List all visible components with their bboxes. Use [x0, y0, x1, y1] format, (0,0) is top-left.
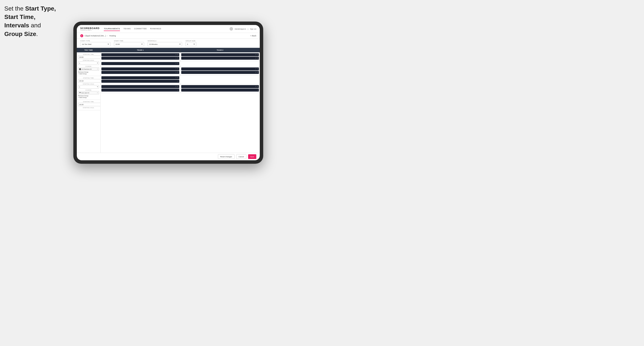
sign-out-link[interactable]: Sign out	[250, 28, 256, 30]
player-slot-1b-2: ×✎	[181, 57, 259, 60]
remove-group-2[interactable]: Remove Group	[78, 95, 99, 97]
starting-hole-label-2: STARTING HOLE:	[78, 83, 99, 85]
slot-edit-1a-2[interactable]: ✎	[177, 57, 178, 59]
team-row-group-1: ×✎ ×✎ ×✎ ×✎	[100, 52, 260, 67]
slot-edit-1a-1[interactable]: ✎	[177, 54, 178, 56]
slot-close-1b-1[interactable]: ×	[255, 54, 256, 56]
slot-close-3a-2[interactable]: ×	[177, 89, 178, 91]
add-group-1[interactable]: + Add Group	[78, 73, 99, 75]
back-button[interactable]: < Back	[250, 35, 256, 37]
slot-edit-2b-1[interactable]: ✎	[257, 68, 258, 70]
nav-committee[interactable]: COMMITTEE	[134, 27, 147, 31]
slot-close-3b-2[interactable]: ×	[257, 89, 258, 91]
th-team2: Team 2	[180, 48, 260, 52]
breadcrumb: C Clippd Invitational (Me...) › Hosting	[80, 34, 116, 37]
starting-time-input-3[interactable]	[78, 103, 100, 106]
slot-close-1a-2[interactable]: ×	[176, 57, 176, 59]
player-slot-3b-1: ×✎	[181, 85, 259, 88]
player-slot-3b-2: ×	[181, 89, 259, 92]
group-size-select[interactable]: 3	[186, 42, 196, 46]
slot-close-2a-2[interactable]: ×	[176, 72, 176, 73]
course-tag-1: (A) Peachtree GC ×	[78, 67, 99, 71]
slot-close-2b-2[interactable]: ×	[255, 72, 256, 73]
start-time-select[interactable]: 10:00	[114, 42, 144, 46]
player-slot-1a-1: ×✎	[102, 53, 179, 56]
slot-edit-2b-2[interactable]: ✎	[257, 72, 258, 73]
team-row-2a: ×✎ ×✎ ×✎ ×✎	[100, 67, 260, 75]
slot-edit-1b-2[interactable]: ✎	[257, 57, 258, 59]
tee-group-1: STARTING TIME: ⏱ STARTING HOLE: 1 COURSE…	[77, 52, 100, 76]
team1-cell-2a: ×✎ ×✎	[100, 67, 180, 75]
slot-close-2a-1[interactable]: ×	[176, 68, 176, 70]
player-slot-2c-2: ×	[102, 80, 179, 83]
team-row-3a: ×✎ × ×✎ ×	[100, 84, 260, 93]
nav-right: blair@clippd.io | Sign out	[230, 27, 256, 31]
start-type-select[interactable]: 1st Tee Start	[80, 42, 110, 46]
slot-close-1b-2[interactable]: ×	[255, 57, 256, 59]
course-map-icon-2: 🗺	[79, 92, 81, 94]
instruction-line1: Set the	[4, 5, 25, 12]
starting-time-input-1[interactable]	[78, 55, 100, 59]
player-slot-2a-1: ×✎	[102, 67, 179, 70]
player-slot-2a-2: ×✎	[102, 71, 179, 74]
team-row-2b: ×✎ ×	[100, 75, 260, 84]
instruction-bold1: Start Type,	[25, 5, 56, 12]
slot-edit-2a-1[interactable]: ✎	[177, 68, 178, 70]
action-links-2: Remove Group + Add Group	[78, 95, 99, 98]
slot-edit-2c-1[interactable]: ✎	[177, 77, 178, 79]
breadcrumb-icon: C	[80, 34, 83, 37]
course-remove-2[interactable]: ×	[97, 92, 98, 94]
nav-tournaments[interactable]: TOURNAMENTS	[104, 27, 120, 31]
instruction-line5: Group Size	[4, 31, 36, 37]
action-links-1: Remove Group + Add Group	[78, 71, 99, 75]
slot-close-2c-1[interactable]: ×	[176, 77, 176, 79]
team-row-group-3: ×✎ × ×✎ ×	[100, 84, 260, 93]
breadcrumb-tournament[interactable]: Clippd Invitational (Me...)	[84, 35, 106, 37]
team2-cell-2a: ×✎ ×✎	[180, 67, 260, 75]
reset-changes-button[interactable]: Reset Changes	[218, 154, 234, 159]
nav-teams[interactable]: TEAMS	[124, 27, 131, 31]
save-button[interactable]: Save	[248, 154, 256, 159]
slot-close-3a-1[interactable]: ×	[176, 86, 176, 87]
slot-close-1a-1[interactable]: ×	[176, 54, 176, 56]
intervals-label: Intervals	[148, 40, 182, 42]
slot-edit-2a-2[interactable]: ✎	[177, 72, 178, 73]
player-slot-3a-2: ×	[102, 89, 179, 92]
player-slot-3a-1: ×✎	[102, 85, 179, 88]
player-slot-2c-1: ×✎	[102, 76, 179, 79]
instruction-line3: Intervals	[4, 22, 29, 29]
content-area: STARTING TIME: ⏱ STARTING HOLE: 1 COURSE…	[77, 52, 260, 153]
slot-close-2c-2[interactable]: ×	[177, 81, 178, 82]
settings-bar: Start Type 1st Tee Start Start Time 10:0…	[77, 39, 260, 48]
slot-close-2b-1[interactable]: ×	[255, 68, 256, 70]
add-group-2[interactable]: + Add Group	[78, 97, 99, 98]
tee-group-3: STARTING TIME: ⏱ STARTING HOLE:	[77, 100, 100, 110]
remove-group-1[interactable]: Remove Group	[78, 71, 99, 73]
team1-cell-3a: ×✎ ×	[100, 84, 180, 93]
slot-edit-1b-1[interactable]: ✎	[257, 54, 258, 56]
team1-course-cell: ×✎	[100, 61, 180, 66]
slot-edit-3a-1[interactable]: ✎	[177, 86, 178, 87]
course-label-1: COURSE:	[78, 66, 99, 67]
cancel-button[interactable]: Cancel	[236, 154, 246, 159]
nav-bar: SCOREBOARD Powered by clipp.io TOURNAMEN…	[77, 25, 260, 33]
th-team1: Team 1	[100, 48, 180, 52]
slot-close-3b-1[interactable]: ×	[255, 86, 256, 87]
instruction-line6: .	[36, 31, 38, 37]
starting-hole-select-1[interactable]: 1	[78, 61, 99, 65]
logo-text: SCOREBOARD	[80, 27, 100, 29]
slot-edit-1c-1[interactable]: ✎	[177, 63, 178, 64]
breadcrumb-bar: C Clippd Invitational (Me...) › Hosting …	[77, 33, 260, 39]
slot-close-1c-1[interactable]: ×	[176, 63, 176, 64]
team-row-1b: ×✎	[100, 61, 260, 66]
intervals-select[interactable]: 10 Minutes	[148, 42, 182, 46]
nav-separator: |	[248, 28, 248, 30]
start-time-label: Start Time	[114, 40, 144, 42]
logo-sub: Powered by clipp.io	[80, 29, 100, 31]
nav-rankings[interactable]: RANKINGS	[150, 27, 161, 31]
th-tee-time: Tee Time	[77, 48, 100, 52]
course-remove-1[interactable]: ×	[97, 68, 98, 70]
starting-time-input-2[interactable]	[78, 79, 100, 83]
slot-edit-3b-1[interactable]: ✎	[257, 86, 258, 87]
starting-hole-select-2[interactable]: 1	[78, 85, 99, 89]
